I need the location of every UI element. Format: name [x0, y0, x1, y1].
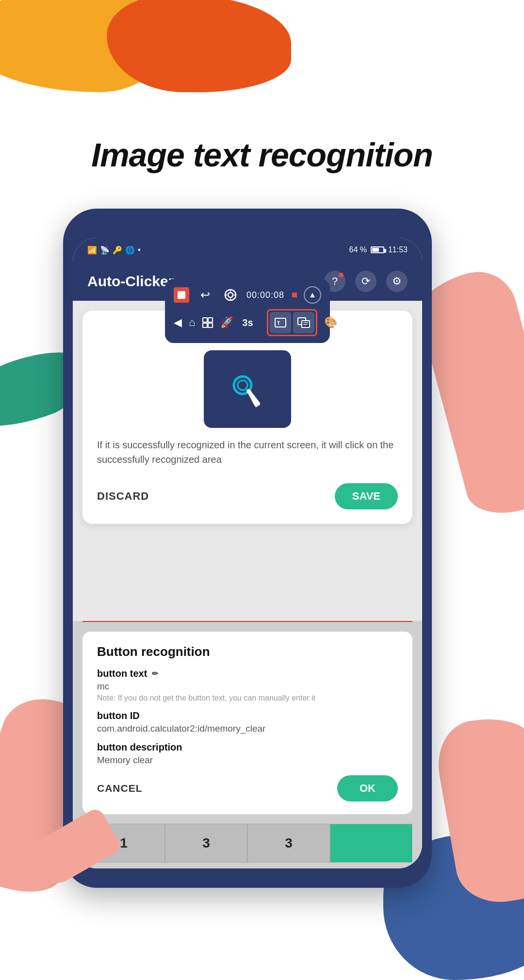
blob-orange — [107, 0, 291, 92]
image-text-button[interactable] — [293, 312, 314, 333]
touch-icon — [223, 365, 272, 413]
page-title: Image text recognition — [0, 136, 524, 174]
battery-icon — [371, 246, 384, 253]
recognition-image — [204, 350, 291, 428]
discard-button[interactable]: DISCARD — [97, 490, 149, 503]
card-actions: DISCARD SAVE — [97, 478, 398, 509]
signal-icon: 📶 — [87, 245, 97, 255]
settings-button[interactable]: ⚙ — [386, 271, 408, 292]
rocket-button[interactable]: 🚀 — [220, 313, 233, 332]
button-desc-value: Memory clear — [97, 755, 398, 766]
notification-dot — [339, 273, 344, 278]
br-title: Button recognition — [97, 644, 398, 659]
button-text-field: button text ✏ mc Note: If you do not get… — [97, 668, 398, 702]
timer-badge: 3s — [242, 317, 253, 328]
svg-rect-16 — [302, 321, 310, 327]
calculator-row: 1 3 3 — [82, 824, 412, 863]
image-recognition-desc: If it is successfully recognized in the … — [97, 438, 398, 467]
lock-icon: 🔑 — [113, 245, 122, 255]
other-icon: 🌐 — [125, 245, 135, 255]
svg-point-4 — [228, 293, 233, 297]
button-recognition-card: Button recognition button text ✏ mc Note… — [82, 632, 412, 814]
text-recognition-button[interactable]: T — [270, 312, 291, 333]
battery-percent: 64 % — [349, 245, 366, 254]
button-desc-field: button description Memory clear — [97, 742, 398, 766]
toolbar-row2: ◀ ⌂ 🚀 3s T — [174, 309, 321, 336]
button-id-field: button ID com.android.calculator2:id/mem… — [97, 710, 398, 734]
settings-icon: ⚙ — [392, 275, 402, 288]
toolbar-row1: ↩ 00:00:08 ▲ — [174, 286, 321, 304]
edit-icon[interactable]: ✏ — [152, 669, 158, 678]
br-actions: CANCEL OK — [97, 775, 398, 801]
svg-rect-12 — [208, 323, 213, 327]
button-id-value: com.android.calculator2:id/memory_clear — [97, 723, 398, 734]
wifi-icon: 📡 — [100, 245, 110, 255]
collapse-button[interactable]: ▲ — [304, 286, 321, 304]
calc-key-3a[interactable]: 3 — [165, 824, 247, 863]
button-id-label: button ID — [97, 710, 398, 721]
svg-point-1 — [238, 380, 247, 390]
svg-text:T: T — [277, 321, 280, 326]
app-switch-button[interactable] — [202, 313, 213, 332]
floating-toolbar: ↩ 00:00:08 ▲ ◀ ⌂ 🚀 3s — [165, 279, 330, 343]
time-display: 11:53 — [388, 245, 408, 254]
svg-rect-11 — [203, 323, 207, 327]
target-button[interactable] — [221, 286, 240, 304]
divider-line — [82, 621, 412, 622]
ok-button[interactable]: OK — [337, 775, 398, 801]
help-icon: ? — [332, 275, 338, 288]
button-text-value: mc — [97, 681, 398, 692]
back-button[interactable]: ◀ — [174, 313, 182, 332]
status-right: 64 % 11:53 — [349, 245, 408, 254]
svg-rect-9 — [203, 318, 207, 322]
battery-status-icon: ▪ — [138, 245, 141, 254]
status-bar: 📶 📡 🔑 🌐 ▪ 64 % 11:53 — [73, 238, 422, 262]
cancel-button[interactable]: CANCEL — [97, 783, 143, 794]
svg-rect-10 — [208, 318, 213, 322]
timer-display: 00:00:08 — [246, 290, 285, 300]
status-left: 📶 📡 🔑 🌐 ▪ — [87, 245, 141, 255]
button-text-note: Note: If you do not get the button text,… — [97, 694, 398, 702]
record-stop-button[interactable] — [174, 287, 189, 303]
button-text-label: button text ✏ — [97, 668, 398, 679]
palette-button[interactable]: 🎨 — [324, 313, 337, 332]
button-desc-label: button description — [97, 742, 398, 753]
calc-key-3b[interactable]: 3 — [247, 824, 330, 863]
undo-button[interactable]: ↩ — [196, 286, 214, 304]
timer-dot — [292, 293, 297, 297]
more-button[interactable]: ⋮ — [344, 313, 356, 332]
svg-rect-2 — [178, 291, 185, 299]
home-button[interactable]: ⌂ — [189, 313, 195, 332]
highlighted-group: T — [267, 309, 317, 336]
bottom-section: Button recognition button text ✏ mc Note… — [73, 621, 422, 868]
calc-key-teal[interactable] — [330, 824, 412, 863]
history-icon: ⟳ — [361, 275, 370, 288]
history-button[interactable]: ⟳ — [355, 271, 377, 292]
save-button[interactable]: SAVE — [335, 483, 398, 509]
